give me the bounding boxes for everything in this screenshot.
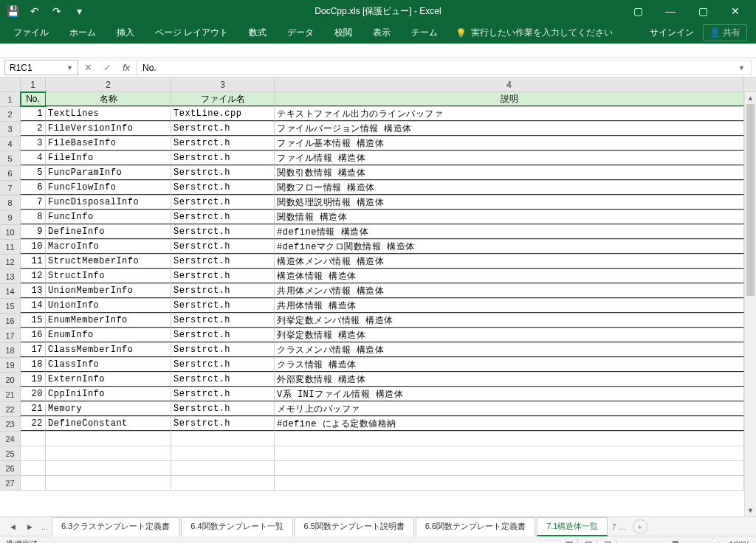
cell-file[interactable]: Serstrct.h — [171, 343, 275, 357]
tab-view[interactable]: 表示 — [362, 22, 401, 44]
cell[interactable] — [21, 461, 46, 475]
cell-name[interactable]: StructMemberInfo — [46, 255, 171, 269]
cell[interactable] — [171, 476, 275, 490]
cell[interactable] — [171, 461, 275, 475]
row-header[interactable]: 25 — [0, 446, 21, 460]
vertical-scrollbar[interactable]: ▲ ▼ — [744, 92, 756, 516]
zoom-out-button[interactable]: − — [624, 540, 628, 544]
cell[interactable] — [275, 432, 744, 446]
cell-file[interactable]: Serstrct.h — [171, 255, 275, 269]
zoom-knob[interactable] — [673, 541, 678, 544]
col-header-3[interactable]: 3 — [171, 77, 275, 91]
cell-desc[interactable]: 関数情報 構造体 — [275, 210, 744, 224]
cell-desc[interactable]: 列挙定数情報 構造体 — [275, 328, 744, 342]
col-header-2[interactable]: 2 — [46, 77, 171, 91]
row-header[interactable]: 13 — [0, 269, 21, 283]
cell-no[interactable]: 13 — [21, 284, 46, 298]
cell-desc[interactable]: メモリ上のバッファ — [275, 402, 744, 416]
tab-home[interactable]: ホーム — [59, 22, 106, 44]
row-header[interactable]: 1 — [0, 92, 21, 106]
cell-desc[interactable]: クラス情報 構造体 — [275, 358, 744, 372]
cell-file[interactable]: Serstrct.h — [171, 328, 275, 342]
cell-desc[interactable]: 関数処理説明情報 構造体 — [275, 196, 744, 210]
cell-file[interactable]: Serstrct.h — [171, 387, 275, 401]
cell-desc[interactable]: V系 INIファイル情報 構造体 — [275, 387, 744, 401]
row-header[interactable]: 2 — [0, 107, 21, 121]
cell-name[interactable]: FuncDisposalInfo — [46, 196, 171, 210]
cell-no[interactable]: 17 — [21, 343, 46, 357]
cell[interactable] — [46, 461, 171, 475]
cell-file[interactable]: Serstrct.h — [171, 417, 275, 431]
cell-desc[interactable]: #define による定数値格納 — [275, 417, 744, 431]
cell-no[interactable]: 11 — [21, 255, 46, 269]
tab-formulas[interactable]: 数式 — [238, 22, 277, 44]
cell[interactable] — [46, 476, 171, 490]
row-header[interactable]: 17 — [0, 328, 21, 342]
cell-file[interactable]: Serstrct.h — [171, 314, 275, 328]
sheet-nav-first[interactable]: ... — [38, 522, 51, 531]
cell-desc[interactable]: 構造体情報 構造体 — [275, 269, 744, 283]
row-header[interactable]: 27 — [0, 476, 21, 490]
row-header[interactable]: 6 — [0, 166, 21, 180]
cell-no[interactable]: 7 — [21, 196, 46, 210]
fx-icon[interactable]: fx — [117, 62, 136, 73]
sheet-tab[interactable]: 6.5関数テンプレート説明書 — [295, 517, 414, 536]
sheet-tab[interactable]: 6.6関数テンプレート定義書 — [416, 517, 535, 536]
tab-data[interactable]: データ — [277, 22, 324, 44]
cell-no[interactable]: 10 — [21, 240, 46, 254]
cancel-icon[interactable]: ✕ — [78, 62, 97, 73]
cell-no[interactable]: 14 — [21, 299, 46, 313]
row-header[interactable]: 16 — [0, 314, 21, 328]
new-sheet-button[interactable]: + — [633, 519, 647, 534]
name-box[interactable]: R1C1 ▼ — [4, 60, 78, 75]
cell-name[interactable]: CppIniInfo — [46, 387, 171, 401]
cell-no[interactable]: 20 — [21, 387, 46, 401]
row-header[interactable]: 22 — [0, 402, 21, 416]
tell-me-search[interactable]: 💡 実行したい作業を入力してください — [456, 27, 613, 39]
tab-insert[interactable]: 挿入 — [106, 22, 145, 44]
cell-no[interactable]: 19 — [21, 373, 46, 387]
col-header-4[interactable]: 4 — [275, 77, 744, 91]
zoom-in-button[interactable]: + — [717, 540, 721, 544]
sheet-nav-next-icon[interactable]: ► — [21, 522, 38, 531]
cell-name[interactable]: FileBaseInfo — [46, 136, 171, 151]
cell-header-desc[interactable]: 説明 — [275, 92, 744, 106]
cell-file[interactable]: TextLine.cpp — [171, 107, 275, 121]
cell-no[interactable]: 16 — [21, 328, 46, 342]
redo-icon[interactable]: ↷ — [49, 3, 65, 19]
cell-desc[interactable]: 関数引数情報 構造体 — [275, 166, 744, 180]
cell-no[interactable]: 22 — [21, 417, 46, 431]
cell-name[interactable]: EnumMemberInfo — [46, 314, 171, 328]
row-header[interactable]: 9 — [0, 210, 21, 224]
row-header[interactable]: 11 — [0, 240, 21, 254]
cell-header-file[interactable]: ファイル名 — [171, 92, 275, 106]
cell-name[interactable]: DefineConstant — [46, 417, 171, 431]
qat-more-icon[interactable]: ▾ — [71, 3, 87, 19]
close-icon[interactable]: ✕ — [719, 0, 752, 22]
cell[interactable] — [21, 432, 46, 446]
maximize-icon[interactable]: ▢ — [687, 0, 719, 22]
cell-no[interactable]: 2 — [21, 122, 46, 136]
cell-desc[interactable]: 外部変数情報 構造体 — [275, 373, 744, 387]
cell-name[interactable]: StructInfo — [46, 269, 171, 283]
tab-team[interactable]: チーム — [401, 22, 448, 44]
cell-desc[interactable]: #defineマクロ関数情報 構造体 — [275, 240, 744, 254]
row-header[interactable]: 10 — [0, 225, 21, 239]
cell-name[interactable]: ExternInfo — [46, 373, 171, 387]
row-header[interactable]: 26 — [0, 461, 21, 475]
cell-desc[interactable]: ファイル情報 構造体 — [275, 151, 744, 165]
cell[interactable] — [46, 432, 171, 446]
cell-desc[interactable]: 列挙定数メンバ情報 構造体 — [275, 314, 744, 328]
expand-formula-icon[interactable]: ▼ — [738, 64, 745, 72]
cell-no[interactable]: 4 — [21, 151, 46, 165]
scroll-down-icon[interactable]: ▼ — [745, 505, 756, 516]
row-header[interactable]: 21 — [0, 387, 21, 401]
cell-name[interactable]: FileInfo — [46, 151, 171, 165]
cell-no[interactable]: 18 — [21, 358, 46, 372]
cell-no[interactable]: 8 — [21, 210, 46, 224]
cell[interactable] — [21, 446, 46, 460]
tab-page-layout[interactable]: ページ レイアウト — [145, 22, 238, 44]
cell-file[interactable]: Serstrct.h — [171, 122, 275, 136]
cell[interactable] — [46, 446, 171, 460]
cell-file[interactable]: Serstrct.h — [171, 136, 275, 151]
